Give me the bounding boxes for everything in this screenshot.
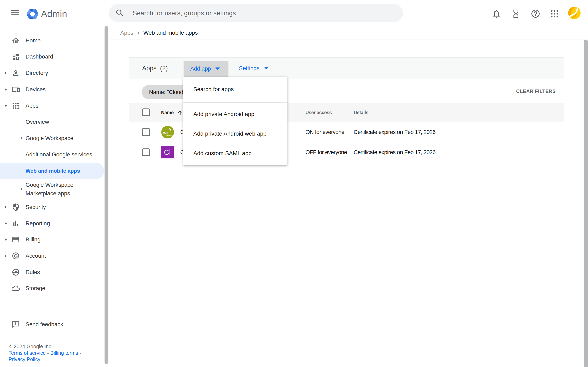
svg-text:4mobile: 4mobile [165,134,173,137]
